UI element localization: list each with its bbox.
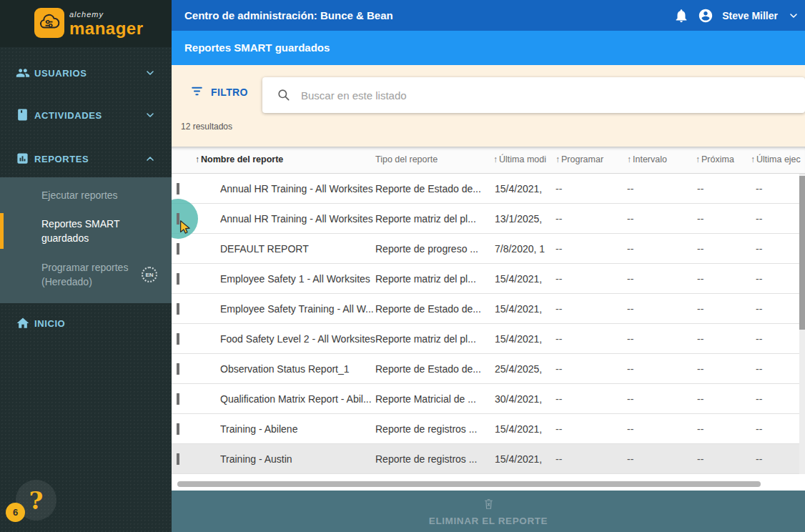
page-title: Centro de administración: Bunce & Bean bbox=[184, 9, 393, 21]
column-header-label: Última modi bbox=[499, 154, 546, 164]
report-type: Reporte matriz del pl... bbox=[375, 333, 495, 345]
last-modified: 7/8/2020, 1 bbox=[495, 243, 555, 255]
sidebar-item-label: ACTIVIDADES bbox=[34, 110, 102, 121]
submenu-item-programar-reportes-heredado[interactable]: Programar reportes (Heredado)EN bbox=[0, 249, 172, 300]
report-name: DEFAULT REPORT bbox=[220, 243, 375, 255]
report-type: Reporte de progreso ... bbox=[375, 243, 495, 255]
row-checkbox[interactable] bbox=[177, 303, 179, 315]
user-menu-chevron-down-icon[interactable] bbox=[788, 10, 799, 21]
column-header-1[interactable]: Tipo del reporte bbox=[375, 154, 438, 164]
report-type: Reporte matriz del pl... bbox=[375, 273, 495, 285]
row-checkbox[interactable] bbox=[177, 273, 179, 285]
row-checkbox[interactable] bbox=[177, 453, 179, 465]
last-modified: 15/4/2021, bbox=[495, 303, 555, 315]
last-modified: 15/4/2021, bbox=[495, 333, 555, 345]
table-row[interactable]: Employee Safety Training - All W...Repor… bbox=[172, 294, 805, 324]
notifications-bell-icon[interactable] bbox=[673, 8, 689, 24]
user-avatar-icon[interactable] bbox=[698, 8, 713, 24]
sidebar-item-actividades[interactable]: ACTIVIDADES bbox=[0, 99, 172, 131]
column-header-4[interactable]: ↑Intervalo bbox=[627, 154, 667, 164]
delete-report-button-label[interactable]: ELIMINAR EL REPORTE bbox=[429, 516, 548, 526]
column-header-5[interactable]: ↑Próxima bbox=[696, 154, 734, 164]
table-row[interactable]: Qualification Matrix Report - Abil...Rep… bbox=[172, 384, 805, 414]
sidebar-item-inicio[interactable]: INICIO bbox=[0, 307, 172, 339]
row-checkbox[interactable] bbox=[177, 333, 179, 345]
row-checkbox[interactable] bbox=[177, 183, 179, 194]
user-name[interactable]: Steve Miller bbox=[722, 10, 778, 21]
table-row[interactable]: Annual HR Training - All WorksitesReport… bbox=[172, 174, 805, 204]
table-header-row: ↑Nombre del reporteTipo del reporte↑Últi… bbox=[172, 147, 805, 174]
search-icon bbox=[277, 88, 291, 102]
filter-icon bbox=[190, 84, 204, 101]
last-modified: 15/4/2021, bbox=[495, 453, 555, 465]
next-run-value: -- bbox=[697, 213, 756, 225]
report-type: Reporte Matricial de ... bbox=[375, 393, 495, 405]
report-name: Qualification Matrix Report - Abil... bbox=[220, 393, 375, 405]
next-run-value: -- bbox=[697, 273, 756, 285]
column-header-6[interactable]: ↑Última ejec bbox=[751, 154, 801, 164]
next-run-value: -- bbox=[697, 423, 756, 435]
column-header-label: Programar bbox=[561, 154, 603, 164]
vertical-scrollbar-thumb[interactable] bbox=[799, 176, 805, 330]
chevron-down-icon[interactable] bbox=[144, 67, 156, 79]
report-type: Reporte de Estado de... bbox=[375, 363, 495, 375]
table-row[interactable]: DEFAULT REPORTReporte de progreso ...7/8… bbox=[172, 234, 805, 264]
report-name: Employee Safety 1 - All Worksites bbox=[220, 273, 375, 285]
vertical-scrollbar[interactable] bbox=[799, 174, 805, 474]
logo-row: alchemy manager bbox=[0, 0, 172, 47]
last-run-value: -- bbox=[756, 303, 805, 315]
program-value: -- bbox=[555, 243, 627, 255]
sidebar: alchemy manager USUARIOSACTIVIDADESREPOR… bbox=[0, 0, 172, 532]
filter-button[interactable]: FILTRO bbox=[190, 82, 248, 102]
table-row[interactable]: Annual HR Training - All WorksitesReport… bbox=[172, 204, 805, 234]
sidebar-item-reportes[interactable]: REPORTES bbox=[0, 143, 172, 174]
table-row[interactable]: Food Safety Level 2 - All WorksitesRepor… bbox=[172, 324, 805, 354]
sidebar-item-label: INICIO bbox=[34, 318, 65, 329]
last-run-value: -- bbox=[756, 213, 805, 225]
next-run-value: -- bbox=[697, 303, 756, 315]
row-checkbox[interactable] bbox=[177, 243, 179, 255]
sort-arrow-up-icon: ↑ bbox=[195, 154, 199, 164]
sidebar-item-usuarios[interactable]: USUARIOS bbox=[0, 57, 172, 89]
sidebar-item-label: USUARIOS bbox=[34, 68, 87, 79]
app-root: alchemy manager USUARIOSACTIVIDADESREPOR… bbox=[0, 0, 805, 532]
submenu-item-label: Reportes SMART guardados bbox=[0, 217, 172, 245]
next-run-value: -- bbox=[697, 183, 756, 194]
activities-icon bbox=[16, 108, 30, 122]
horizontal-scrollbar-thumb[interactable] bbox=[177, 481, 761, 487]
report-type: Reporte de Estado de... bbox=[375, 303, 495, 315]
delete-trash-icon[interactable] bbox=[483, 497, 495, 513]
program-value: -- bbox=[555, 213, 627, 225]
table-row[interactable]: Employee Safety 1 - All WorksitesReporte… bbox=[172, 264, 805, 294]
report-name: Employee Safety Training - All W... bbox=[220, 303, 375, 315]
last-run-value: -- bbox=[756, 393, 805, 405]
chevron-up-icon[interactable] bbox=[144, 153, 156, 164]
row-checkbox[interactable] bbox=[177, 393, 179, 405]
column-header-label: Intervalo bbox=[633, 154, 667, 164]
search-box bbox=[262, 77, 805, 113]
row-checkbox[interactable] bbox=[177, 423, 179, 435]
table-row[interactable]: Training - AbileneReporte de registros .… bbox=[172, 414, 805, 444]
next-run-value: -- bbox=[697, 453, 756, 465]
table-row[interactable]: Training - AustinReporte de registros ..… bbox=[172, 444, 805, 474]
interval-value: -- bbox=[627, 303, 697, 315]
top-header-bar: Centro de administración: Bunce & Bean S… bbox=[172, 0, 805, 31]
active-item-indicator bbox=[0, 213, 4, 249]
interval-value: -- bbox=[627, 333, 697, 345]
help-notification-badge[interactable]: 6 bbox=[6, 503, 25, 522]
column-header-label: Próxima bbox=[701, 154, 734, 164]
column-header-3[interactable]: ↑Programar bbox=[555, 154, 603, 164]
home-icon bbox=[16, 316, 30, 330]
chevron-down-icon[interactable] bbox=[144, 109, 156, 121]
submenu-item-reportes-smart-guardados[interactable]: Reportes SMART guardados bbox=[0, 213, 172, 249]
last-modified: 13/1/2025, bbox=[495, 213, 555, 225]
table-row[interactable]: Observation Status Report_1Reporte de Es… bbox=[172, 354, 805, 384]
reports-table: ↑Nombre del reporteTipo del reporte↑Últi… bbox=[172, 147, 805, 491]
column-header-0[interactable]: ↑Nombre del reporte bbox=[195, 154, 283, 164]
submenu-item-ejecutar-reportes[interactable]: Ejecutar reportes bbox=[0, 177, 172, 213]
row-checkbox[interactable] bbox=[177, 363, 179, 375]
column-header-2[interactable]: ↑Última modi bbox=[493, 154, 546, 164]
interval-value: -- bbox=[627, 183, 697, 194]
search-input[interactable] bbox=[301, 89, 805, 102]
last-run-value: -- bbox=[756, 333, 805, 345]
